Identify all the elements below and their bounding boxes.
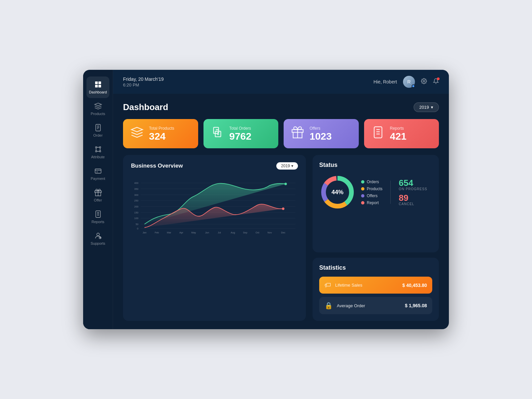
stat-card-offers[interactable]: Offers 1023 [284,119,359,148]
sidebar-item-order[interactable]: Order [83,120,113,141]
svg-point-11 [97,233,99,236]
sidebar: Dashboard Products Order Attribute [83,70,113,329]
dashboard-body: Dashboard 2019 ▾ Total Products 3 [113,94,449,329]
svg-rect-4 [96,124,100,131]
svg-text:100: 100 [134,217,138,220]
chart-header: Business Overview 2019 ▾ [131,162,298,170]
stat-card-orders[interactable]: Total Orders 9762 [203,119,279,148]
payment-icon [94,167,102,175]
orders-stat-value: 9762 [229,131,252,142]
products-icon [94,102,102,110]
svg-point-5 [95,147,97,148]
gear-icon [421,78,427,84]
svg-point-13 [423,80,425,82]
attribute-icon [94,145,102,153]
legend-dot-orders [361,180,364,184]
svg-rect-1 [98,81,101,84]
svg-rect-15 [215,131,221,137]
settings-button[interactable] [421,78,427,86]
reports-stat-info: Reports 421 [390,126,407,142]
header-right: Hie, Robert R [373,76,439,88]
svg-rect-16 [374,127,382,138]
donut-chart: 44% [319,174,356,210]
svg-point-48 [282,207,284,210]
on-progress-label: ON PROGRESS [399,187,427,191]
lifetime-sales-label: Lifetime Sales [335,283,398,288]
lifetime-sales-icon: 🏷 [325,281,331,289]
business-overview-chart: 400 350 300 250 200 150 100 50 0 Jan Feb [131,174,298,241]
chart-area: 400 350 300 250 200 150 100 50 0 Jan Feb [131,174,298,314]
svg-rect-2 [95,85,98,87]
reports-stat-icon [371,126,385,142]
header-date-block: Friday, 20 March'19 6:20 PM [123,76,164,87]
chart-year-button[interactable]: 2019 ▾ [276,162,298,170]
status-card: Status [313,155,439,252]
stat-card-products[interactable]: Total Products 324 [123,119,198,148]
svg-text:350: 350 [134,188,138,191]
legend-report: Report [361,200,382,205]
svg-rect-0 [95,81,98,84]
svg-text:Jan: Jan [143,231,147,234]
sidebar-item-payment[interactable]: Payment [83,163,113,185]
svg-rect-3 [98,85,101,87]
reports-icon [94,210,102,218]
page-title: Dashboard [123,102,168,112]
svg-text:300: 300 [134,194,138,197]
avatar[interactable]: R [403,76,415,88]
order-icon [94,124,102,132]
svg-text:Sep: Sep [243,231,247,234]
on-progress-block: 654 ON PROGRESS [399,179,427,191]
header-time: 6:20 PM [123,82,164,87]
svg-text:200: 200 [134,205,138,208]
average-order-label: Average Order [337,303,401,308]
svg-text:Dec: Dec [281,231,285,234]
sidebar-item-dashboard[interactable]: Dashboard [86,76,109,98]
statistics-card: Statistics 🏷 Lifetime Sales $ 40,453.80 … [313,258,439,321]
svg-text:250: 250 [134,199,138,202]
reports-stat-label: Reports [390,126,407,131]
stats-item-average-order[interactable]: 🔒 Average Order $ 1,965.08 [319,297,432,314]
right-panel: Status [313,155,439,321]
sidebar-item-products[interactable]: Products [83,98,113,120]
svg-text:Jul: Jul [218,231,221,234]
notification-button[interactable] [433,78,439,86]
sidebar-item-supports[interactable]: Supports [83,228,113,249]
sidebar-item-offer[interactable]: Offer [83,185,113,206]
orders-stat-icon [211,126,224,142]
products-stat-info: Total Products 324 [149,126,174,142]
sidebar-item-attribute[interactable]: Attribute [83,141,113,163]
legend-orders: Orders [361,180,382,184]
status-legend: Orders Products Offers [361,180,382,205]
stat-cards-container: Total Products 324 Total Or [123,119,439,148]
legend-dot-report [361,201,364,204]
status-title: Status [319,162,432,169]
svg-point-47 [284,183,287,185]
year-selector[interactable]: 2019 ▾ [414,102,439,112]
svg-rect-9 [95,169,101,173]
status-content: 44% Orders Products [319,174,432,210]
supports-icon [94,232,102,240]
svg-point-6 [99,147,101,148]
svg-text:Apr: Apr [180,231,184,234]
svg-text:50: 50 [136,223,138,226]
bottom-section: Business Overview 2019 ▾ [123,155,439,321]
products-stat-icon [130,126,144,142]
svg-text:May: May [191,231,196,234]
stat-card-reports[interactable]: Reports 421 [364,119,439,148]
sidebar-item-reports[interactable]: Reports [83,206,113,228]
legend-offers: Offers [361,194,382,198]
cancel-value: 89 [399,194,427,202]
avatar-online-badge [412,84,415,88]
dashboard-icon [94,80,102,88]
offers-stat-label: Offers [310,126,332,131]
svg-text:Aug: Aug [231,231,235,234]
offer-icon [94,189,102,197]
stats-item-lifetime-sales[interactable]: 🏷 Lifetime Sales $ 40,453.80 [319,277,432,294]
offers-stat-info: Offers 1023 [310,126,332,142]
header: Friday, 20 March'19 6:20 PM Hie, Robert … [113,70,449,94]
legend-products: Products [361,187,382,191]
svg-text:Jun: Jun [205,231,209,234]
header-date: Friday, 20 March'19 [123,76,164,82]
legend-dot-offers [361,194,364,198]
donut-percent-label: 44% [332,189,343,196]
